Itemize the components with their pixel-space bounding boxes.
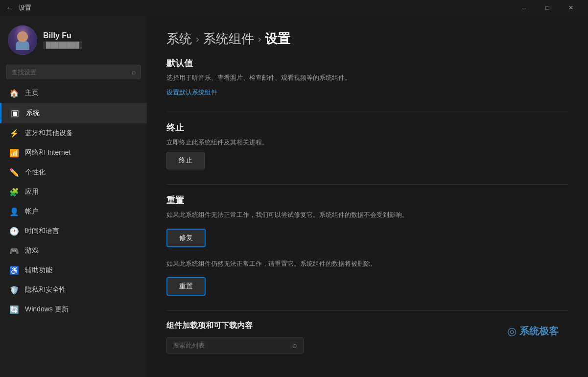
- terminate-section: 终止 立即终止此系统组件及其相关进程。 终止: [166, 122, 568, 170]
- sidebar-item-home[interactable]: 🏠 主页: [0, 83, 147, 103]
- reset-section: 重置 如果此系统组件无法正常工作，我们可以尝试修复它。系统组件的数据不会受到影响…: [166, 194, 568, 296]
- nav-list: 🏠 主页 ▣ 系统 ⚡ 蓝牙和其他设备 📶 网络和 Internet ✏️ 个性…: [0, 83, 147, 319]
- terminate-desc: 立即终止此系统组件及其相关进程。: [166, 138, 568, 147]
- repair-button[interactable]: 修复: [166, 229, 206, 247]
- sidebar-item-windows-update[interactable]: 🔄 Windows 更新: [0, 300, 147, 319]
- sidebar-item-label: 隐私和安全性: [25, 285, 66, 294]
- network-icon: 📶: [9, 148, 19, 158]
- breadcrumb-sep-2: ›: [258, 33, 261, 45]
- personalize-icon: ✏️: [9, 167, 19, 177]
- back-button[interactable]: ←: [6, 3, 14, 12]
- sidebar-item-label: 网络和 Internet: [25, 148, 71, 157]
- sidebar-item-time[interactable]: 🕐 时间和语言: [0, 221, 147, 241]
- search-input[interactable]: [11, 69, 132, 76]
- divider-1: [166, 112, 568, 112]
- terminate-button[interactable]: 终止: [166, 152, 205, 169]
- defaults-desc: 选择用于听音乐、查看照片、检查邮件、观看视频等的系统组件。: [166, 73, 568, 83]
- system-icon: ▣: [9, 108, 20, 118]
- close-button[interactable]: ✕: [560, 0, 582, 16]
- sidebar-item-label: 蓝牙和其他设备: [25, 129, 73, 138]
- titlebar: ← 设置 ─ □ ✕: [0, 0, 588, 16]
- addon-title: 组件加载项和可下载内容: [166, 321, 568, 331]
- defaults-link[interactable]: 设置默认系统组件: [166, 89, 217, 96]
- reset-desc2: 如果此系统组件仍然无法正常工作，请重置它。系统组件的数据将被删除。: [166, 259, 568, 269]
- breadcrumb: 系统 › 系统组件 › 设置: [166, 30, 568, 47]
- sidebar-item-apps[interactable]: 🧩 应用: [0, 182, 147, 202]
- sidebar-item-label: 应用: [25, 188, 39, 196]
- breadcrumb-system[interactable]: 系统: [166, 30, 192, 47]
- main-layout: Billy Fu ████████ ⌕ 🏠 主页 ▣ 系统 ⚡ 蓝牙和: [0, 16, 588, 377]
- sidebar-item-label: Windows 更新: [25, 305, 69, 314]
- sidebar-item-label: 帐户: [25, 207, 39, 216]
- reset-title: 重置: [166, 194, 568, 206]
- minimize-button[interactable]: ─: [513, 0, 535, 16]
- windows-update-icon: 🔄: [9, 305, 19, 314]
- sidebar-item-personalize[interactable]: ✏️ 个性化: [0, 163, 147, 182]
- sidebar-item-label: 时间和语言: [25, 227, 59, 236]
- search-box[interactable]: ⌕: [6, 65, 141, 79]
- sidebar-item-system[interactable]: ▣ 系统: [0, 103, 147, 123]
- defaults-section: 默认值 选择用于听音乐、查看照片、检查邮件、观看视频等的系统组件。 设置默认系统…: [166, 57, 568, 97]
- defaults-title: 默认值: [166, 57, 568, 69]
- sidebar-item-label: 主页: [25, 89, 39, 97]
- sidebar-item-label: 游戏: [25, 246, 39, 255]
- user-name: Billy Fu: [43, 31, 82, 40]
- bluetooth-icon: ⚡: [9, 128, 19, 138]
- sidebar-item-network[interactable]: 📶 网络和 Internet: [0, 143, 147, 163]
- privacy-icon: 🛡️: [9, 285, 19, 295]
- window-controls: ─ □ ✕: [513, 0, 582, 16]
- reset-button[interactable]: 重置: [166, 277, 206, 296]
- accounts-icon: 👤: [9, 207, 19, 216]
- reset-desc1: 如果此系统组件无法正常工作，我们可以尝试修复它。系统组件的数据不会受到影响。: [166, 210, 568, 220]
- content-area: 系统 › 系统组件 › 设置 默认值 选择用于听音乐、查看照片、检查邮件、观看视…: [147, 16, 588, 377]
- addon-search-icon: ⌕: [292, 341, 297, 350]
- time-icon: 🕐: [9, 226, 19, 236]
- divider-2: [166, 184, 568, 185]
- sidebar: Billy Fu ████████ ⌕ 🏠 主页 ▣ 系统 ⚡ 蓝牙和: [0, 16, 147, 377]
- maximize-button[interactable]: □: [536, 0, 559, 16]
- sidebar-item-accessibility[interactable]: ♿ 辅助功能: [0, 260, 147, 280]
- search-icon: ⌕: [132, 68, 136, 76]
- accessibility-icon: ♿: [9, 265, 19, 275]
- sidebar-item-bluetooth[interactable]: ⚡ 蓝牙和其他设备: [0, 123, 147, 143]
- sidebar-item-label: 辅助功能: [25, 266, 52, 275]
- user-account: ████████: [43, 41, 82, 49]
- terminate-title: 终止: [166, 122, 568, 134]
- sidebar-item-label: 个性化: [25, 168, 46, 177]
- breadcrumb-components[interactable]: 系统组件: [203, 30, 254, 47]
- sidebar-item-privacy[interactable]: 🛡️ 隐私和安全性: [0, 280, 147, 300]
- addon-section: 组件加载项和可下载内容 ⌕: [166, 321, 568, 353]
- addon-search-box[interactable]: ⌕: [166, 337, 304, 353]
- gaming-icon: 🎮: [9, 246, 19, 256]
- sidebar-item-label: 系统: [26, 109, 40, 118]
- sidebar-item-accounts[interactable]: 👤 帐户: [0, 202, 147, 221]
- addon-search-input[interactable]: [173, 342, 292, 349]
- user-info: Billy Fu ████████: [43, 31, 82, 49]
- user-profile[interactable]: Billy Fu ████████: [0, 16, 147, 63]
- apps-icon: 🧩: [9, 187, 19, 197]
- home-icon: 🏠: [9, 88, 19, 98]
- breadcrumb-sep-1: ›: [196, 33, 199, 45]
- avatar: [8, 25, 37, 55]
- divider-3: [166, 310, 568, 311]
- sidebar-item-gaming[interactable]: 🎮 游戏: [0, 241, 147, 260]
- breadcrumb-current: 设置: [265, 30, 290, 47]
- window-title: 设置: [19, 3, 31, 12]
